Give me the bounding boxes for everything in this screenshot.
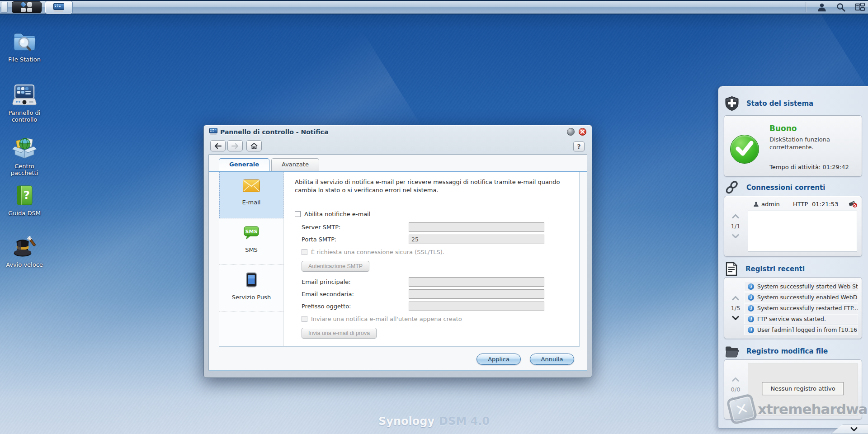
- back-button[interactable]: [210, 140, 226, 151]
- page-down-icon: [731, 234, 740, 238]
- sidebar-item-push-service[interactable]: Servizio Push: [219, 265, 283, 311]
- info-icon: i: [748, 316, 754, 322]
- apply-button[interactable]: Applica: [476, 354, 521, 365]
- desktop-icon-label: File Station: [3, 56, 46, 63]
- file-change-log-panel: 0/0 Nessun registro attivo: [724, 359, 862, 420]
- system-status-panel: Buono DiskStation funziona correttamente…: [724, 115, 862, 177]
- checkbox-label: È richiesta una connessione sicura (SSL/…: [311, 249, 444, 255]
- folder-icon: [725, 345, 739, 358]
- log-row[interactable]: iFTP service was started.: [744, 314, 858, 324]
- user-icon[interactable]: [816, 2, 827, 13]
- shield-icon: [725, 96, 739, 111]
- widget-section-title: Stato del sistema: [746, 99, 813, 108]
- widget-section-title: Registro modifica file: [746, 347, 828, 355]
- status-description: DiskStation funziona correttamente.: [769, 136, 858, 151]
- system-health-widget: Stato del sistema Buono DiskStation funz…: [718, 86, 868, 429]
- smtp-server-label: Server SMTP:: [302, 222, 340, 232]
- sms-icon: SMS: [243, 226, 260, 240]
- log-row[interactable]: iUser [admin] logged in from [10.16...: [744, 325, 858, 335]
- smartphone-icon: [245, 272, 257, 288]
- page-indicator: 1/5: [731, 305, 741, 311]
- forward-button: [227, 140, 243, 151]
- page-indicator: 1/1: [731, 223, 741, 230]
- dsm-branding: SynologyDSM 4.0: [378, 415, 490, 428]
- desktop-icon-label: Pannello di controllo: [3, 109, 46, 123]
- tab-generale[interactable]: Generale: [219, 158, 269, 171]
- user-icon: [753, 201, 759, 207]
- control-panel-notification-window: Pannello di controllo - Notifica ? Gener…: [203, 125, 592, 378]
- email-primary-row: Email principale:: [302, 277, 555, 287]
- log-row[interactable]: iSystem successfully restarted FTP...: [744, 303, 858, 313]
- brand-name: Synology: [378, 415, 434, 428]
- email-notification-form: Abilita il servizio di notifica e-mail p…: [284, 172, 579, 346]
- notification-channel-list: E-mail SMS SMS: [219, 172, 284, 346]
- disconnect-icon[interactable]: [848, 200, 857, 209]
- page-down-icon[interactable]: [731, 316, 740, 320]
- minimize-button[interactable]: [567, 128, 575, 136]
- svg-text:SMS: SMS: [245, 229, 258, 235]
- pilot-view-icon[interactable]: [854, 2, 865, 13]
- window-body: Generale Avanzate E-mail: [208, 154, 587, 371]
- info-icon: i: [748, 283, 754, 290]
- widget-section-title: Connessioni correnti: [746, 184, 825, 192]
- desktop-icon-dsm-help[interactable]: ? Guida DSM: [3, 184, 46, 217]
- sidebar-item-label: Servizio Push: [219, 294, 283, 301]
- log-list: iSystem successfully started Web St... i…: [744, 282, 858, 336]
- page-up-icon: [731, 214, 740, 219]
- show-desktop-button[interactable]: [1, 2, 8, 13]
- connection-row[interactable]: admin HTTP 01:21:53: [748, 200, 858, 210]
- sidebar-item-email[interactable]: E-mail: [219, 172, 283, 218]
- log-row[interactable]: iSystem successfully started Web St...: [744, 282, 858, 292]
- smtp-auth-button: Autenticazione SMTP: [302, 261, 369, 272]
- connections-panel: 1/1 admin HTTP 01:21:53: [724, 196, 862, 257]
- window-titlebar[interactable]: Pannello di controllo - Notifica: [204, 125, 592, 139]
- desktop-icon-control-panel[interactable]: Pannello di controllo: [3, 83, 46, 123]
- svg-text:?: ?: [24, 189, 30, 202]
- desktop-icon-package-center[interactable]: Centro pacchetti: [3, 136, 46, 176]
- tab-content: E-mail SMS SMS: [219, 172, 580, 347]
- sidebar-item-sms[interactable]: SMS SMS: [219, 218, 283, 265]
- window-title: Pannello di controllo - Notifica: [220, 128, 328, 136]
- tab-avanzate[interactable]: Avanzate: [271, 158, 319, 171]
- enable-email-checkbox-row[interactable]: Abilita notifiche e-mail: [295, 211, 370, 217]
- checkbox-unchecked[interactable]: [295, 211, 301, 217]
- desktop-icon-quick-start[interactable]: Avvio veloce: [3, 234, 46, 268]
- file-station-icon: [11, 30, 38, 53]
- no-active-log-label: Nessun registro attivo: [762, 382, 844, 395]
- cancel-button[interactable]: Annulla: [530, 354, 574, 365]
- control-panel-window-icon: [209, 128, 217, 135]
- subject-prefix-label: Prefisso oggetto:: [302, 302, 351, 311]
- home-icon: [250, 143, 258, 149]
- control-panel-icon: [11, 83, 38, 107]
- checkbox-label: Inviare una notifica e-mail all'utente a…: [311, 316, 462, 322]
- desktop-icon-file-station[interactable]: File Station: [3, 30, 46, 63]
- log-document-icon: [725, 262, 738, 276]
- link-icon: [725, 180, 739, 195]
- checkbox-unchecked-disabled: [302, 316, 307, 322]
- email-secondary-label: Email secondaria:: [302, 289, 354, 299]
- home-button[interactable]: [246, 140, 262, 151]
- brand-product: DSM 4.0: [439, 415, 490, 428]
- taskbar-divider: [806, 2, 807, 12]
- chevron-down-icon: [850, 427, 858, 431]
- desktop-icon-label: Centro pacchetti: [3, 163, 46, 176]
- subject-prefix-input: [409, 302, 544, 311]
- close-button[interactable]: [579, 128, 586, 136]
- control-panel-window-icon: [53, 3, 64, 12]
- file-change-log-header: Registro modifica file: [725, 344, 828, 359]
- subject-prefix-row: Prefisso oggetto:: [302, 302, 555, 311]
- taskbar: [0, 0, 868, 14]
- log-row[interactable]: iSystem successfully enabled WebD...: [744, 292, 858, 302]
- info-icon: i: [748, 305, 754, 311]
- search-icon[interactable]: [835, 2, 846, 13]
- file-log-pager: 0/0: [724, 360, 747, 419]
- info-icon: i: [748, 294, 754, 301]
- taskbar-item-control-panel[interactable]: [45, 1, 72, 14]
- system-status-header: Stato del sistema: [725, 96, 813, 111]
- ssl-checkbox-row: È richiesta una connessione sicura (SSL/…: [302, 249, 444, 255]
- help-button[interactable]: ?: [573, 142, 585, 151]
- connections-header: Connessioni correnti: [725, 180, 825, 195]
- dsm-help-icon: ?: [13, 184, 36, 207]
- email-icon: [242, 179, 260, 193]
- main-menu-button[interactable]: [12, 1, 42, 13]
